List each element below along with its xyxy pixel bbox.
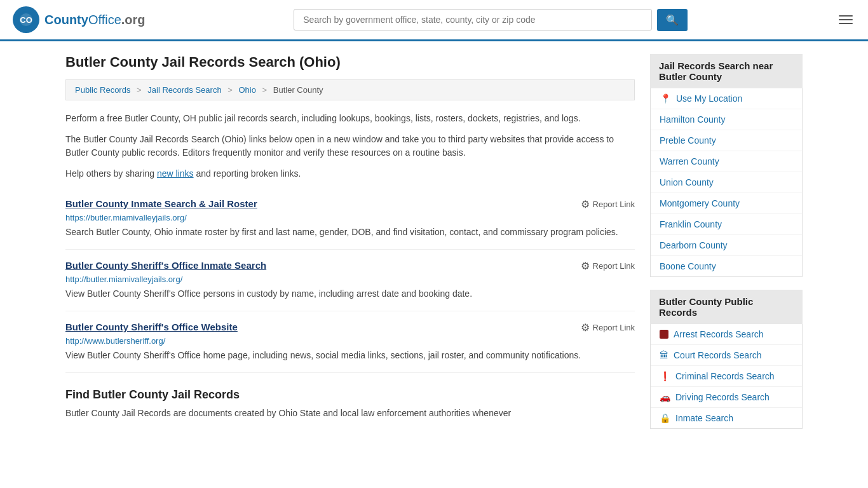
svg-text:CO: CO xyxy=(20,15,32,25)
find-section-heading: Find Butler County Jail Records xyxy=(65,388,635,402)
sidebar-item-hamilton[interactable]: Hamilton County xyxy=(651,109,802,130)
result-url-3: http://www.butlersheriff.org/ xyxy=(65,336,635,346)
search-button[interactable]: 🔍 xyxy=(657,9,688,31)
result-desc-3: View Butler County Sheriff's Office home… xyxy=(65,349,635,362)
sidebar-item-montgomery[interactable]: Montgomery County xyxy=(651,193,802,214)
search-input[interactable] xyxy=(294,9,652,30)
driving-records-link[interactable]: 🚗 Driving Records Search xyxy=(651,387,802,407)
sidebar-item-preble[interactable]: Preble County xyxy=(651,130,802,151)
breadcrumb-ohio[interactable]: Ohio xyxy=(238,85,255,95)
result-header-2: Butler County Sheriff's Office Inmate Se… xyxy=(65,260,635,272)
breadcrumb: Public Records > Jail Records Search > O… xyxy=(65,79,635,100)
description-3: Help others by sharing new links and rep… xyxy=(65,167,635,180)
page-title: Butler County Jail Records Search (Ohio) xyxy=(65,54,635,71)
sidebar-item-dearborn[interactable]: Dearborn County xyxy=(651,235,802,256)
sidebar-item-franklin[interactable]: Franklin County xyxy=(651,214,802,235)
franklin-label: Franklin County xyxy=(660,219,722,229)
page-wrap: Butler County Jail Records Search (Ohio)… xyxy=(53,41,815,442)
find-section-text: Butler County Jail Records are documents… xyxy=(65,407,635,420)
search-area: 🔍 xyxy=(294,9,688,31)
result-header-1: Butler County Inmate Search & Jail Roste… xyxy=(65,198,635,210)
report-icon-2: ⚙ xyxy=(581,260,590,272)
sidebar-court-records[interactable]: 🏛 Court Records Search xyxy=(651,345,802,366)
warren-county-link[interactable]: Warren County xyxy=(651,151,802,172)
report-link-1[interactable]: ⚙ Report Link xyxy=(581,198,635,210)
sidebar-public-records-title: Butler County Public Records xyxy=(650,290,803,324)
location-pin-icon: 📍 xyxy=(660,93,671,104)
sidebar-item-warren[interactable]: Warren County xyxy=(651,151,802,172)
result-desc-2: View Butler County Sheriff's Office pers… xyxy=(65,287,635,301)
sidebar-arrest-records[interactable]: Arrest Records Search xyxy=(651,324,802,345)
result-link-1[interactable]: Butler County Inmate Search & Jail Roste… xyxy=(65,198,257,209)
result-item-1: Butler County Inmate Search & Jail Roste… xyxy=(65,188,635,250)
dearborn-label: Dearborn County xyxy=(660,240,728,250)
logo-area: CO CountyOffice.org xyxy=(13,6,146,33)
inmate-search-label: Inmate Search xyxy=(675,413,733,423)
report-icon-1: ⚙ xyxy=(581,198,590,210)
report-icon-3: ⚙ xyxy=(581,322,590,334)
result-title-2: Butler County Sheriff's Office Inmate Se… xyxy=(65,260,266,271)
sidebar-public-records-section: Butler County Public Records Arrest Reco… xyxy=(650,290,803,429)
arrest-icon xyxy=(660,330,668,339)
logo-text: CountyOffice.org xyxy=(44,13,146,27)
sidebar-nearby-title: Jail Records Search near Butler County xyxy=(650,54,803,88)
breadcrumb-butler-county: Butler County xyxy=(273,85,323,95)
description-1: Perform a free Butler County, OH public … xyxy=(65,112,635,125)
result-header-3: Butler County Sheriff's Office Website ⚙… xyxy=(65,322,635,334)
breadcrumb-sep-2: > xyxy=(227,85,233,95)
logo-icon: CO xyxy=(13,6,39,33)
result-url-2: http://butler.miamivalleyjails.org/ xyxy=(65,274,635,284)
sidebar-records-list: Arrest Records Search 🏛 Court Records Se… xyxy=(650,324,803,429)
breadcrumb-sep-1: > xyxy=(137,85,142,95)
arrest-records-label: Arrest Records Search xyxy=(674,329,764,339)
report-link-2[interactable]: ⚙ Report Link xyxy=(581,260,635,272)
description-2: The Butler County Jail Records Search (O… xyxy=(65,133,635,159)
preble-label: Preble County xyxy=(660,135,716,146)
breadcrumb-sep-3: > xyxy=(262,85,268,95)
criminal-records-link[interactable]: ❗ Criminal Records Search xyxy=(651,366,802,386)
driving-icon: 🚗 xyxy=(660,392,670,402)
main-content: Butler County Jail Records Search (Ohio)… xyxy=(65,54,635,442)
sidebar: Jail Records Search near Butler County 📍… xyxy=(650,54,803,442)
preble-county-link[interactable]: Preble County xyxy=(651,130,802,151)
sidebar-criminal-records[interactable]: ❗ Criminal Records Search xyxy=(651,366,802,387)
criminal-records-label: Criminal Records Search xyxy=(675,371,775,381)
menu-button[interactable] xyxy=(836,13,855,27)
sidebar-item-union[interactable]: Union County xyxy=(651,172,802,193)
montgomery-county-link[interactable]: Montgomery County xyxy=(651,193,802,214)
arrest-records-link[interactable]: Arrest Records Search xyxy=(651,324,802,344)
result-item-2: Butler County Sheriff's Office Inmate Se… xyxy=(65,250,635,311)
sidebar-nearby-section: Jail Records Search near Butler County 📍… xyxy=(650,54,803,277)
result-url-1: https://butler.miamivalleyjails.org/ xyxy=(65,213,635,222)
report-link-3[interactable]: ⚙ Report Link xyxy=(581,322,635,334)
court-records-link[interactable]: 🏛 Court Records Search xyxy=(651,345,802,365)
union-county-link[interactable]: Union County xyxy=(651,172,802,193)
hamilton-label: Hamilton County xyxy=(660,114,726,125)
new-links-link[interactable]: new links xyxy=(157,168,194,179)
sidebar-nearby-list: 📍 Use My Location Hamilton County Preble… xyxy=(650,88,803,277)
boone-county-link[interactable]: Boone County xyxy=(651,256,802,276)
franklin-county-link[interactable]: Franklin County xyxy=(651,214,802,234)
result-title-1: Butler County Inmate Search & Jail Roste… xyxy=(65,198,257,209)
criminal-icon: ❗ xyxy=(660,371,670,381)
result-title-3: Butler County Sheriff's Office Website xyxy=(65,322,238,332)
breadcrumb-jail-records[interactable]: Jail Records Search xyxy=(147,85,221,95)
sidebar-inmate-search[interactable]: 🔒 Inmate Search xyxy=(651,408,802,428)
union-label: Union County xyxy=(660,177,714,187)
header: CO CountyOffice.org 🔍 xyxy=(0,0,868,41)
result-link-2[interactable]: Butler County Sheriff's Office Inmate Se… xyxy=(65,260,266,271)
hamilton-county-link[interactable]: Hamilton County xyxy=(651,109,802,130)
sidebar-item-boone[interactable]: Boone County xyxy=(651,256,802,276)
court-records-label: Court Records Search xyxy=(674,350,762,360)
boone-label: Boone County xyxy=(660,261,716,271)
breadcrumb-public-records[interactable]: Public Records xyxy=(75,85,130,95)
warren-label: Warren County xyxy=(660,156,719,166)
court-icon: 🏛 xyxy=(660,350,668,360)
inmate-search-link[interactable]: 🔒 Inmate Search xyxy=(651,408,802,428)
result-link-3[interactable]: Butler County Sheriff's Office Website xyxy=(65,322,238,332)
sidebar-driving-records[interactable]: 🚗 Driving Records Search xyxy=(651,387,802,408)
sidebar-use-location[interactable]: 📍 Use My Location xyxy=(651,88,802,109)
use-location-link[interactable]: 📍 Use My Location xyxy=(651,88,802,109)
result-item-3: Butler County Sheriff's Office Website ⚙… xyxy=(65,311,635,373)
dearborn-county-link[interactable]: Dearborn County xyxy=(651,235,802,255)
